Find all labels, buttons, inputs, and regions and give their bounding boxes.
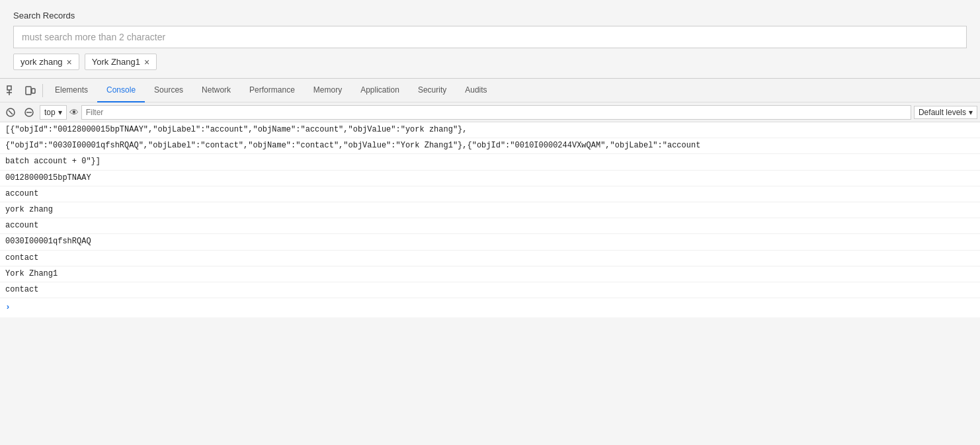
inspect-icon-button[interactable]	[3, 81, 21, 100]
app-container: Search Records must search more than 2 c…	[0, 0, 980, 317]
tag-york-zhang-label: york zhang	[20, 57, 63, 67]
svg-rect-0	[7, 86, 11, 90]
tab-application[interactable]: Application	[351, 79, 409, 102]
console-line-6: york zhang	[0, 202, 980, 218]
context-selector[interactable]: top ▾	[40, 105, 67, 120]
tab-performance[interactable]: Performance	[240, 79, 304, 102]
tag-york-zhang-close[interactable]: ×	[67, 58, 72, 67]
levels-chevron-icon: ▾	[969, 108, 973, 117]
tab-security[interactable]: Security	[409, 79, 456, 102]
console-output: [{"objId":"00128000015bpTNAAY","objLabel…	[0, 122, 980, 317]
default-levels-label: Default levels	[919, 108, 966, 117]
device-toolbar-icon-button[interactable]	[21, 81, 40, 100]
tag-york-zhang: york zhang ×	[13, 54, 79, 70]
tag-york-zhang1-label: York Zhang1	[92, 57, 140, 67]
tag-york-zhang1: York Zhang1 ×	[85, 54, 157, 70]
default-levels-dropdown[interactable]: Default levels ▾	[914, 106, 977, 119]
console-line-1: [{"objId":"00128000015bpTNAAY","objLabel…	[0, 122, 980, 138]
console-line-11: contact	[0, 282, 980, 298]
tab-sources[interactable]: Sources	[145, 79, 192, 102]
search-input-box[interactable]: must search more than 2 character	[13, 26, 967, 48]
console-line-2: {"objId":"0030I00001qfshRQAQ","objLabel"…	[0, 138, 980, 154]
devtools-header: Elements Console Sources Network Perform…	[0, 79, 980, 122]
search-section: Search Records must search more than 2 c…	[0, 0, 980, 78]
console-toolbar: top ▾ 👁 Default levels ▾	[0, 102, 980, 122]
console-prompt-row[interactable]: ›	[0, 298, 980, 317]
svg-rect-4	[32, 89, 35, 93]
tab-elements[interactable]: Elements	[46, 79, 97, 102]
console-line-3: batch account + 0"}]	[0, 154, 980, 170]
search-label: Search Records	[13, 11, 967, 20]
tag-york-zhang1-close[interactable]: ×	[144, 58, 149, 67]
console-line-5: account	[0, 186, 980, 202]
console-prompt-input[interactable]	[13, 303, 975, 312]
console-line-10: York Zhang1	[0, 266, 980, 282]
tab-console[interactable]: Console	[97, 79, 145, 102]
tab-memory[interactable]: Memory	[304, 79, 351, 102]
tab-audits[interactable]: Audits	[456, 79, 496, 102]
svg-rect-3	[26, 87, 31, 95]
console-line-9: contact	[0, 251, 980, 266]
context-value: top	[44, 108, 56, 117]
context-dropdown-icon: ▾	[58, 108, 62, 117]
prompt-arrow-icon: ›	[5, 301, 11, 315]
devtools-separator	[42, 84, 43, 97]
search-placeholder: must search more than 2 character	[22, 32, 165, 42]
devtools-panel: Elements Console Sources Network Perform…	[0, 78, 980, 317]
devtools-tabs: Elements Console Sources Network Perform…	[46, 79, 497, 102]
console-line-7: account	[0, 218, 980, 234]
tab-network[interactable]: Network	[192, 79, 240, 102]
devtools-topbar: Elements Console Sources Network Perform…	[0, 79, 980, 102]
no-entry-button[interactable]	[21, 104, 37, 120]
console-line-4: 00128000015bpTNAAY	[0, 171, 980, 186]
clear-console-button[interactable]	[3, 104, 19, 120]
filter-input[interactable]	[81, 105, 911, 120]
console-line-8: 0030I00001qfshRQAQ	[0, 234, 980, 250]
svg-line-6	[9, 110, 13, 114]
eye-icon[interactable]: 👁	[69, 107, 79, 118]
tags-row: york zhang × York Zhang1 ×	[13, 54, 967, 70]
